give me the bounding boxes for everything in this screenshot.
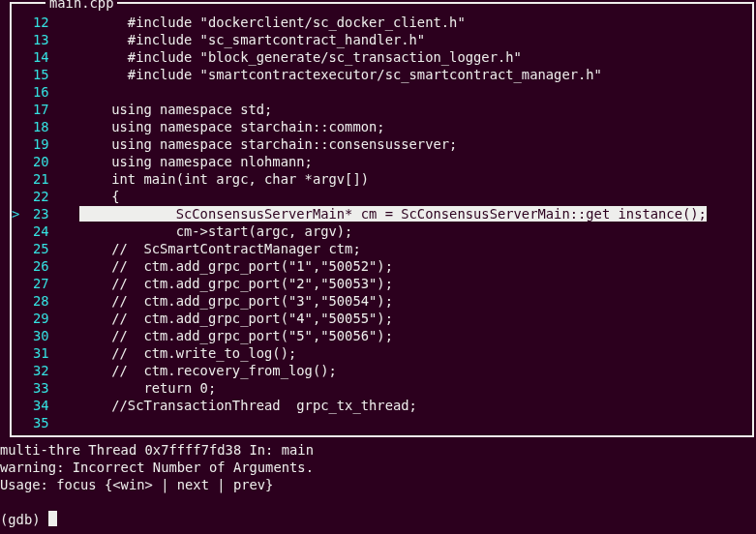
line-number: 16	[31, 83, 79, 101]
line-number: 25	[31, 240, 79, 257]
line-number: 29	[31, 310, 79, 327]
source-line[interactable]: 19 using namespace starchain::consensuss…	[12, 135, 752, 153]
source-line[interactable]: 32 // ctm.recovery_from_log();	[12, 362, 752, 379]
gutter-marker	[12, 362, 31, 379]
code-text: // ctm.add_grpc_port("2","50053");	[79, 275, 393, 292]
source-line[interactable]: 16	[12, 83, 752, 101]
line-number: 13	[31, 31, 79, 48]
source-code-listing[interactable]: 12 #include "dockerclient/sc_docker_clie…	[12, 10, 752, 435]
gutter-marker	[12, 397, 31, 414]
code-text: // ctm.recovery_from_log();	[79, 362, 337, 379]
code-text: // ctm.write_to_log();	[79, 344, 296, 362]
source-line[interactable]: 30 // ctm.add_grpc_port("5","50056");	[12, 327, 752, 344]
code-text: cm->start(argc, argv);	[79, 222, 352, 240]
line-number: 21	[31, 170, 79, 188]
source-window[interactable]: main.cpp 12 #include "dockerclient/sc_do…	[10, 2, 754, 437]
terminal-line	[0, 493, 756, 511]
source-line[interactable]: 17 using namespace std;	[12, 101, 752, 118]
source-line[interactable]: 20 using namespace nlohmann;	[12, 153, 752, 170]
code-text: return 0;	[79, 379, 216, 397]
gutter-marker	[12, 379, 31, 397]
source-line[interactable]: 24 cm->start(argc, argv);	[12, 222, 752, 240]
terminal-line: Usage: focus {<win> | next | prev}	[0, 476, 756, 493]
gutter-marker	[12, 240, 31, 257]
code-text: #include "block_generate/sc_transaction_…	[79, 48, 522, 66]
gutter-marker	[12, 344, 31, 362]
code-text: // ScSmartContractManager ctm;	[79, 240, 361, 257]
line-number: 31	[31, 344, 79, 362]
gutter-marker	[12, 292, 31, 310]
source-line[interactable]: 35	[12, 414, 752, 431]
gutter-marker	[12, 14, 31, 31]
gdb-prompt-line[interactable]: (gdb)	[0, 511, 756, 528]
gutter-marker	[12, 153, 31, 170]
terminal-line: warning: Incorrect Number of Arguments.	[0, 459, 756, 476]
line-number: 26	[31, 257, 79, 275]
gutter-marker	[12, 83, 31, 101]
code-text: // ctm.add_grpc_port("3","50054");	[79, 292, 393, 310]
gdb-terminal[interactable]: multi-thre Thread 0x7ffff7fd38 In: mainw…	[0, 439, 756, 534]
gutter-marker: >	[12, 205, 31, 222]
line-number: 14	[31, 48, 79, 66]
gutter-marker	[12, 188, 31, 205]
line-number: 30	[31, 327, 79, 344]
source-line[interactable]: 12 #include "dockerclient/sc_docker_clie…	[12, 14, 752, 31]
line-number: 15	[31, 66, 79, 83]
code-text: // ctm.add_grpc_port("5","50056");	[79, 327, 393, 344]
source-line[interactable]: 14 #include "block_generate/sc_transacti…	[12, 48, 752, 66]
source-line[interactable]: 21 int main(int argc, char *argv[])	[12, 170, 752, 188]
gutter-marker	[12, 66, 31, 83]
code-text: int main(int argc, char *argv[])	[79, 170, 369, 188]
gutter-marker	[12, 170, 31, 188]
code-text: {	[79, 188, 120, 205]
code-text: using namespace starchain::consensusserv…	[79, 135, 457, 153]
source-line[interactable]: 25 // ScSmartContractManager ctm;	[12, 240, 752, 257]
code-text: using namespace std;	[79, 101, 272, 118]
gutter-marker	[12, 118, 31, 135]
source-line[interactable]: 15 #include "smartcontractexecutor/sc_sm…	[12, 66, 752, 83]
line-number: 19	[31, 135, 79, 153]
gutter-marker	[12, 101, 31, 118]
line-number: 23	[31, 205, 79, 222]
source-line[interactable]: 28 // ctm.add_grpc_port("3","50054");	[12, 292, 752, 310]
source-line-current[interactable]: > 23 ScConsensusServerMain* cm = ScConse…	[12, 205, 752, 222]
line-number: 27	[31, 275, 79, 292]
terminal-line: multi-thre Thread 0x7ffff7fd38 In: main	[0, 441, 756, 459]
gutter-marker	[12, 31, 31, 48]
source-line[interactable]: 34 //ScTransactionThread grpc_tx_thread;	[12, 397, 752, 414]
line-number: 22	[31, 188, 79, 205]
gutter-marker	[12, 257, 31, 275]
source-line[interactable]: 13 #include "sc_smartcontract_handler.h"	[12, 31, 752, 48]
source-line[interactable]: 26 // ctm.add_grpc_port("1","50052");	[12, 257, 752, 275]
gutter-marker	[12, 327, 31, 344]
code-text: using namespace starchain::common;	[79, 118, 385, 135]
source-line[interactable]: 29 // ctm.add_grpc_port("4","50055");	[12, 310, 752, 327]
code-text: #include "smartcontractexecutor/sc_smart…	[79, 66, 602, 83]
code-text: ScConsensusServerMain* cm = ScConsensusS…	[79, 205, 707, 222]
code-text: #include "sc_smartcontract_handler.h"	[79, 31, 425, 48]
source-line[interactable]: 33 return 0;	[12, 379, 752, 397]
line-number: 28	[31, 292, 79, 310]
line-number: 33	[31, 379, 79, 397]
source-line[interactable]: 27 // ctm.add_grpc_port("2","50053");	[12, 275, 752, 292]
line-number: 18	[31, 118, 79, 135]
line-number: 35	[31, 414, 79, 431]
gutter-marker	[12, 222, 31, 240]
cursor	[48, 511, 57, 526]
gutter-marker	[12, 414, 31, 431]
code-text: using namespace nlohmann;	[79, 153, 313, 170]
code-text: // ctm.add_grpc_port("1","50052");	[79, 257, 393, 275]
source-line[interactable]: 22 {	[12, 188, 752, 205]
line-number: 12	[31, 14, 79, 31]
gutter-marker	[12, 135, 31, 153]
gutter-marker	[12, 48, 31, 66]
line-number: 17	[31, 101, 79, 118]
line-number: 34	[31, 397, 79, 414]
source-line[interactable]: 31 // ctm.write_to_log();	[12, 344, 752, 362]
code-text: //ScTransactionThread grpc_tx_thread;	[79, 397, 417, 414]
gutter-marker	[12, 310, 31, 327]
line-number: 24	[31, 222, 79, 240]
source-line[interactable]: 18 using namespace starchain::common;	[12, 118, 752, 135]
code-text: // ctm.add_grpc_port("4","50055");	[79, 310, 393, 327]
gutter-marker	[12, 275, 31, 292]
